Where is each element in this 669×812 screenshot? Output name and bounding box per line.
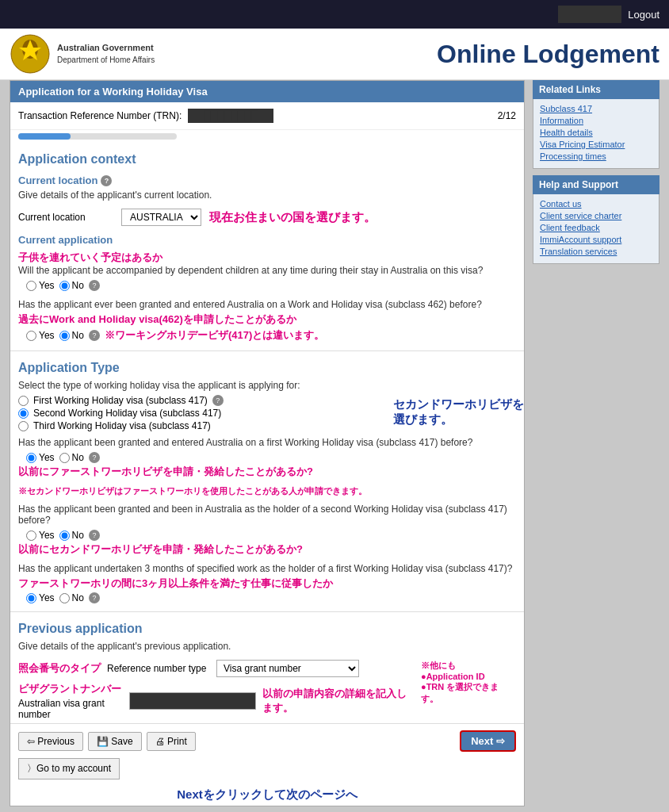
q4-text: Has the applicant been granted and been … [18, 504, 516, 526]
current-location-desc: Give details of the applicant's current … [10, 188, 524, 205]
logo-area: Australian Government Department of Home… [10, 33, 155, 75]
q4-help-icon[interactable]: ? [89, 530, 100, 541]
user-box [558, 6, 621, 23]
visa-grant-annotation: ビザグラントナンバー [18, 682, 123, 696]
q3-no-label[interactable]: No [59, 452, 84, 463]
next-annotation: Nextをクリックして次のページへ [10, 784, 524, 806]
next-button[interactable]: Next ⇨ [460, 730, 516, 752]
q3-note: ※セカンドワーホリビザはファーストワーホリを使用したことがある人が申請できます。 [18, 485, 367, 497]
visa-grant-detail: 以前の申請内容の詳細を記入します。 [262, 687, 415, 715]
q1-no-label[interactable]: No [59, 280, 84, 291]
q1-text: Will the applicant be accompanied by dep… [18, 265, 516, 276]
visa-opt2-row: Second Working Holiday visa (subclass 41… [10, 407, 387, 419]
q3-yes-label[interactable]: Yes [26, 452, 55, 463]
trn-page: 2/12 [498, 110, 516, 121]
visa-opt3-label: Third Working Holiday visa (subclass 417… [33, 420, 211, 431]
q3-yes-radio[interactable] [26, 453, 36, 463]
application-type-heading: Application Type [10, 354, 524, 378]
help-links-list: Contact us Client service charter Client… [533, 194, 659, 264]
progress-fill [18, 133, 71, 140]
visa-grant-label: Australian visa grant number [18, 698, 123, 720]
crest-icon [10, 33, 51, 75]
q3-no-radio[interactable] [59, 453, 70, 463]
q1-yes-radio[interactable] [26, 281, 36, 291]
sidebar-link-processing[interactable]: Processing times [540, 151, 652, 161]
visa-opt2-annotation: セカンドワーホリビザを [393, 397, 524, 412]
sidebar-link-health[interactable]: Health details [540, 128, 652, 137]
q1-block: 子供を連れていく予定はあるか Will the applicant be acc… [10, 247, 524, 296]
q2-yes-label[interactable]: Yes [26, 330, 55, 341]
q5-yes-radio[interactable] [26, 593, 36, 603]
sidebar: Related Links Subclass 417 Information H… [533, 80, 659, 806]
previous-button[interactable]: ⇦ Previous [18, 732, 83, 751]
q4-no-label[interactable]: No [59, 530, 84, 541]
q5-yes-label[interactable]: Yes [26, 592, 55, 603]
q5-help-icon[interactable]: ? [89, 592, 100, 603]
ref-num-type-annotation: 照会番号のタイプ [18, 661, 101, 676]
current-location-select[interactable]: AUSTRALIA [121, 209, 201, 226]
q3-annotation: 以前にファーストワーホリビザを申請・発給したことがあるか? [18, 465, 313, 479]
current-location-field-row: Current location AUSTRALIA 現在お住まいの国を選びます… [10, 205, 524, 229]
print-button[interactable]: 🖨 Print [147, 732, 196, 751]
q2-no-radio[interactable] [59, 331, 70, 341]
save-button[interactable]: 💾 Save [88, 732, 142, 751]
ref-num-type-select[interactable]: Visa grant number Application ID TRN [216, 660, 359, 677]
sidebar-link-pricing[interactable]: Visa Pricing Estimator [540, 140, 652, 149]
visa-opt2-radio[interactable] [18, 408, 29, 419]
visa-opt2-label: Second Working Holiday visa (subclass 41… [33, 408, 221, 419]
q2-note: ※ワーキングホリデービザ(417)とは違います。 [105, 328, 324, 343]
application-context-heading: Application context [10, 146, 524, 170]
visa-grant-input[interactable] [129, 692, 256, 710]
current-location-help-icon[interactable]: ? [101, 175, 112, 186]
q4-yes-label[interactable]: Yes [26, 530, 55, 541]
q1-yes-label[interactable]: Yes [26, 280, 55, 291]
header: Logout [0, 0, 669, 29]
related-links-list: Subclass 417 Information Health details … [533, 99, 659, 169]
sidebar-link-translation[interactable]: Translation services [540, 247, 652, 256]
q4-no-radio[interactable] [59, 530, 70, 541]
q2-help-icon[interactable]: ? [89, 330, 100, 341]
progress-container [10, 130, 524, 146]
q4-annotation: 以前にセカンドワーホリビザを申請・発給したことがあるか? [18, 542, 516, 557]
q5-no-radio[interactable] [59, 593, 70, 603]
visa-opt2-annotation2: 選びます。 [393, 412, 524, 427]
logo-text: Australian Government Department of Home… [57, 42, 155, 65]
q3-block: Has the applicant been granted and enter… [10, 434, 524, 500]
trn-value: ████████ [188, 109, 273, 123]
sidebar-link-client-feedback[interactable]: Client feedback [540, 223, 652, 232]
prev-app-annotation: ※他にも●Application ID●TRN を選択できます。 [421, 660, 516, 705]
help-support-heading: Help and Support [533, 175, 659, 194]
q1-help-icon[interactable]: ? [89, 280, 100, 291]
q2-text: Has the applicant ever been granted and … [18, 299, 482, 310]
q2-yes-radio[interactable] [26, 331, 36, 341]
sidebar-link-contact[interactable]: Contact us [540, 199, 652, 209]
q5-no-label[interactable]: No [59, 592, 84, 603]
q3-help-icon[interactable]: ? [89, 452, 100, 463]
app-type-desc: Select the type of working holiday visa … [10, 378, 524, 393]
content-header: Application for a Working Holiday Visa [10, 81, 524, 102]
q2-radio-row: Yes No ? ※ワーキングホリデービザ(417)とは違います。 [18, 327, 516, 344]
progress-track [18, 133, 177, 140]
visa-opt1-radio[interactable] [18, 396, 29, 406]
q4-radio-row: Yes No ? [18, 528, 516, 542]
q2-block: Has the applicant ever been granted and … [10, 296, 524, 347]
logo-bar: Australian Government Department of Home… [0, 29, 669, 80]
logout-button[interactable]: Logout [628, 9, 659, 21]
current-location-label: Current location [18, 212, 113, 223]
sidebar-link-client-service[interactable]: Client service charter [540, 211, 652, 220]
sidebar-link-subclass417[interactable]: Subclass 417 [540, 104, 652, 113]
q1-no-radio[interactable] [59, 281, 70, 291]
previous-application-heading: Previous application [10, 615, 524, 639]
visa-opt1-help-icon[interactable]: ? [212, 395, 224, 406]
q3-radio-row: Yes No ? [18, 450, 313, 465]
sidebar-link-information[interactable]: Information [540, 116, 652, 125]
sidebar-link-immiaccount[interactable]: ImmiAccount support [540, 235, 652, 244]
main-layout: Application for a Working Holiday Visa T… [0, 80, 669, 812]
q2-no-label[interactable]: No [59, 330, 84, 341]
page-title: Online Lodgement [437, 40, 659, 69]
go-account-button[interactable]: 〉Go to my account [18, 758, 120, 779]
visa-opt3-radio[interactable] [18, 421, 29, 431]
q5-annotation: ファーストワーホリの間に3ヶ月以上条件を満たす仕事に従事したか [18, 576, 516, 591]
current-location-heading: Current location ? [10, 170, 524, 188]
q4-yes-radio[interactable] [26, 530, 36, 541]
